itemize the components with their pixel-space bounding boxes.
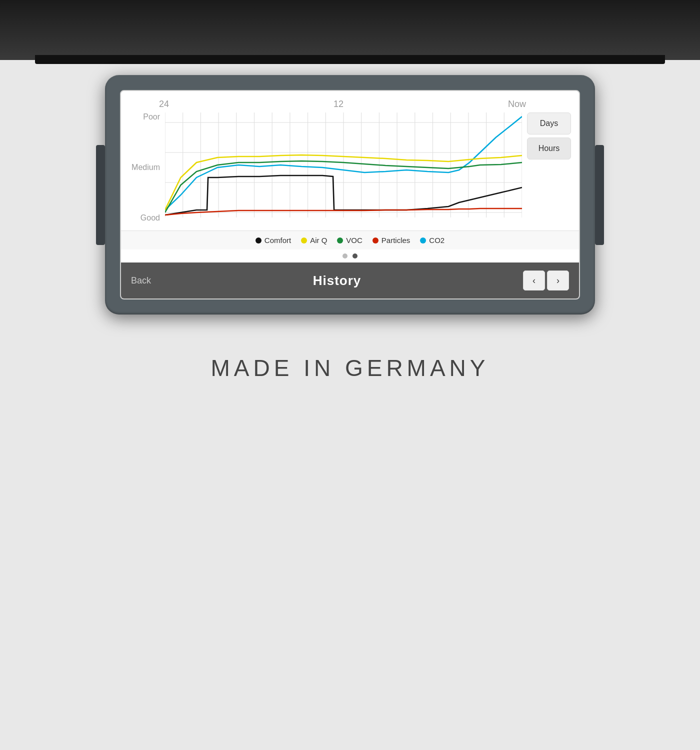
chart-y-labels: Poor Medium Good	[129, 112, 160, 224]
legend-co2: CO2	[420, 236, 444, 244]
chart-buttons: Days Hours	[527, 112, 571, 224]
device-shell: 24 12 Now Poor Medium Good	[105, 75, 595, 314]
pagination-dot-2[interactable]	[352, 254, 358, 258]
airq-label: Air Q	[310, 236, 327, 244]
time-label-now: Now	[508, 99, 526, 110]
nav-buttons: ‹ ›	[523, 270, 569, 290]
hours-button[interactable]: Hours	[527, 138, 571, 160]
chart-svg-container	[165, 112, 522, 224]
days-button[interactable]: Days	[527, 112, 571, 134]
mount-bar-left	[96, 145, 105, 245]
legend-airq: Air Q	[301, 236, 327, 244]
airq-dot	[301, 238, 307, 244]
chart-area: 24 12 Now Poor Medium Good	[121, 91, 579, 230]
mount-bar-right	[595, 145, 604, 245]
next-button[interactable]: ›	[547, 270, 569, 290]
legend-bar: Comfort Air Q VOC Particles CO2	[121, 230, 579, 250]
pagination-dots	[121, 250, 579, 262]
y-label-poor: Poor	[129, 112, 160, 122]
legend-comfort: Comfort	[256, 236, 291, 244]
particles-label: Particles	[382, 236, 410, 244]
legend-voc: VOC	[337, 236, 362, 244]
bottom-bar: Back History ‹ ›	[121, 262, 579, 298]
comfort-label: Comfort	[264, 236, 291, 244]
legend-particles: Particles	[372, 236, 410, 244]
voc-label: VOC	[346, 236, 362, 244]
time-label-12: 12	[334, 99, 344, 110]
back-button[interactable]: Back	[131, 276, 151, 286]
voc-dot	[337, 238, 343, 244]
time-label-24: 24	[159, 99, 169, 110]
y-label-good: Good	[129, 214, 160, 222]
co2-label: CO2	[429, 236, 444, 244]
chart-body: Poor Medium Good	[129, 112, 571, 224]
made-in-germany-text: MADE IN GERMANY	[210, 354, 489, 382]
comfort-dot	[256, 238, 262, 244]
chart-time-labels: 24 12 Now	[129, 99, 571, 112]
screen-title: History	[313, 273, 362, 288]
chart-svg	[165, 112, 522, 222]
particles-dot	[372, 238, 378, 244]
pagination-dot-1[interactable]	[342, 254, 348, 258]
y-label-medium: Medium	[129, 163, 160, 172]
co2-dot	[420, 238, 426, 244]
device-wrapper: 24 12 Now Poor Medium Good	[105, 75, 595, 314]
screen-bezel: 24 12 Now Poor Medium Good	[120, 90, 580, 300]
top-shelf	[0, 0, 700, 60]
prev-button[interactable]: ‹	[523, 270, 545, 290]
